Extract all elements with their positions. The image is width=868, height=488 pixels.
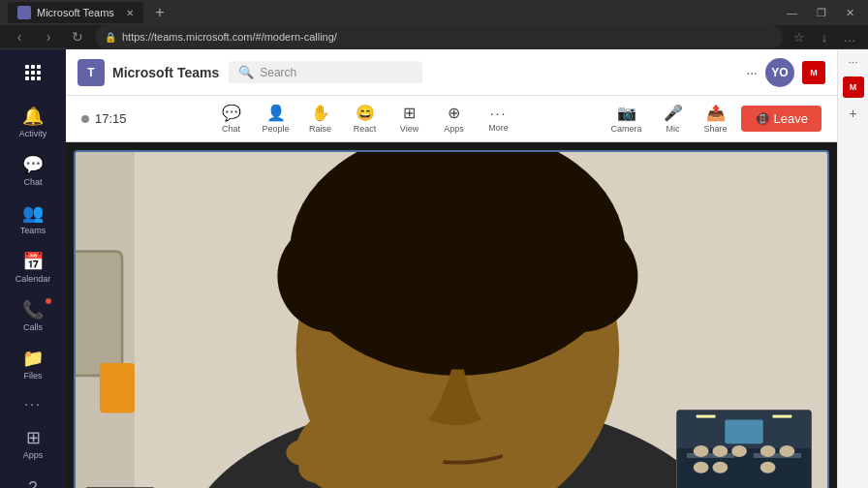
sidebar-item-files[interactable]: 📁 Files (10, 342, 56, 386)
svg-rect-20 (754, 453, 801, 458)
react-action-icon: 😄 (356, 104, 375, 122)
sidebar-item-apps[interactable]: ⊞ Apps (10, 421, 56, 466)
svg-rect-30 (697, 415, 716, 418)
search-placeholder: Search (260, 66, 296, 79)
sidebar-item-more[interactable]: ··· (10, 390, 56, 417)
teams-app-icon: T (78, 59, 105, 86)
apps-icon: ⊞ (26, 427, 41, 448)
action-apps[interactable]: ⊕ Apps (433, 100, 476, 137)
svg-point-27 (712, 462, 728, 473)
browser-more-icon[interactable]: … (839, 26, 860, 47)
calls-badge (45, 297, 52, 305)
lock-icon: 🔒 (105, 32, 116, 43)
action-react[interactable]: 😄 React (344, 100, 387, 137)
right-add-icon[interactable]: + (849, 106, 856, 121)
back-button[interactable]: ‹ (8, 25, 31, 48)
window-controls: — ❐ ✕ (781, 5, 860, 21)
search-icon: 🔍 (238, 65, 254, 79)
action-camera[interactable]: 📷 Camera (604, 100, 650, 137)
teams-brand: T Microsoft Teams (78, 59, 219, 86)
url-text: https://teams.microsoft.com/#/modern-cal… (122, 31, 337, 43)
action-view[interactable]: ⊞ View (388, 100, 431, 137)
favorites-icon[interactable]: ☆ (789, 26, 810, 47)
video-container: NH (Guest) (66, 142, 837, 488)
tab-title: Microsoft Teams (37, 7, 114, 18)
teams-app: 🔔 Activity 💬 Chat 👥 Teams 📅 Calendar 📞 C… (0, 49, 868, 488)
ms-outlook-icon[interactable]: M (843, 76, 864, 98)
waffle-icon (25, 65, 41, 80)
chat-label: Chat (23, 177, 42, 187)
header-right: ··· YO M (746, 58, 825, 87)
teams-app-name: Microsoft Teams (112, 65, 219, 80)
address-bar[interactable]: 🔒 https://teams.microsoft.com/#/modern-c… (95, 25, 783, 48)
restore-button[interactable]: ❐ (811, 5, 832, 21)
meeting-right-actions: 📷 Camera 🎤 Mic 📤 Share 📵 (604, 100, 822, 137)
sidebar-item-help[interactable]: ? Help (10, 473, 56, 488)
teams-search-bar[interactable]: 🔍 Search (229, 61, 422, 83)
main-video: NH (Guest) (74, 150, 829, 488)
svg-rect-29 (725, 420, 762, 444)
svg-point-26 (694, 462, 709, 473)
chat-action-icon: 💬 (222, 104, 241, 122)
thumbnail-video (676, 410, 812, 488)
close-button[interactable]: ✕ (840, 5, 860, 21)
timer-dot (81, 115, 89, 123)
people-action-icon: 👤 (266, 104, 286, 122)
more-icon: ··· (24, 396, 42, 412)
collections-icon[interactable]: ↓ (814, 26, 835, 47)
svg-rect-31 (773, 415, 792, 418)
more-action-icon: ··· (490, 106, 508, 121)
svg-point-21 (694, 445, 709, 457)
meeting-area: 17:15 💬 Chat 👤 People ✋ Ra (66, 96, 837, 488)
leave-button[interactable]: 📵 Leave (741, 106, 822, 132)
svg-point-28 (760, 462, 776, 473)
right-sidebar: ··· M + ⚙ (837, 49, 868, 488)
camera-icon: 📷 (617, 104, 636, 122)
action-share[interactable]: 📤 Share (697, 100, 735, 137)
apps-label: Apps (23, 450, 44, 460)
action-more[interactable]: ··· More (478, 102, 520, 137)
svg-point-10 (308, 189, 408, 289)
tab-bar: Microsoft Teams ✕ + (8, 0, 775, 25)
svg-point-11 (508, 189, 607, 289)
thumbnail-content (677, 411, 811, 488)
sidebar-item-teams[interactable]: 👥 Teams (10, 197, 56, 241)
timer-value: 17:15 (95, 111, 127, 126)
sidebar-item-chat[interactable]: 💬 Chat (10, 148, 56, 193)
mic-icon: 🎤 (664, 104, 683, 122)
svg-point-22 (712, 445, 728, 457)
svg-rect-2 (76, 252, 122, 376)
action-chat[interactable]: 💬 Chat (210, 100, 253, 137)
action-people[interactable]: 👤 People (255, 100, 297, 137)
meeting-timer: 17:15 (81, 111, 127, 126)
refresh-button[interactable]: ↻ (66, 25, 89, 48)
forward-button[interactable]: › (37, 25, 60, 48)
sidebar-item-calls[interactable]: 📞 Calls (10, 293, 56, 338)
view-action-icon: ⊞ (403, 104, 416, 122)
browser-toolbar-icons: ☆ ↓ … (789, 26, 860, 47)
sidebar-item-activity[interactable]: 🔔 Activity (10, 100, 56, 144)
action-mic[interactable]: 🎤 Mic (656, 100, 691, 137)
teams-icon: 👥 (22, 202, 44, 224)
files-icon: 📁 (22, 348, 44, 369)
active-tab[interactable]: Microsoft Teams ✕ (8, 2, 143, 23)
svg-point-23 (731, 445, 747, 457)
sidebar-item-calendar[interactable]: 📅 Calendar (10, 245, 56, 290)
action-raise[interactable]: ✋ Raise (299, 100, 342, 137)
svg-point-24 (760, 445, 776, 457)
minimize-button[interactable]: — (781, 5, 803, 20)
svg-point-25 (779, 445, 794, 457)
right-more-icon[interactable]: ··· (848, 55, 857, 69)
calendar-icon: 📅 (22, 251, 44, 272)
new-tab-button[interactable]: + (147, 0, 172, 25)
header-more-icon[interactable]: ··· (746, 65, 758, 80)
teams-tab-icon (17, 6, 31, 19)
teams-sidebar: 🔔 Activity 💬 Chat 👥 Teams 📅 Calendar 📞 C… (0, 49, 66, 488)
activity-label: Activity (19, 129, 47, 138)
help-icon: ? (29, 479, 38, 488)
activity-icon: 🔔 (22, 106, 44, 127)
files-label: Files (23, 371, 42, 381)
user-avatar[interactable]: YO (765, 58, 794, 87)
tab-close-icon[interactable]: ✕ (126, 8, 134, 18)
thumbnail-feed (677, 410, 811, 488)
